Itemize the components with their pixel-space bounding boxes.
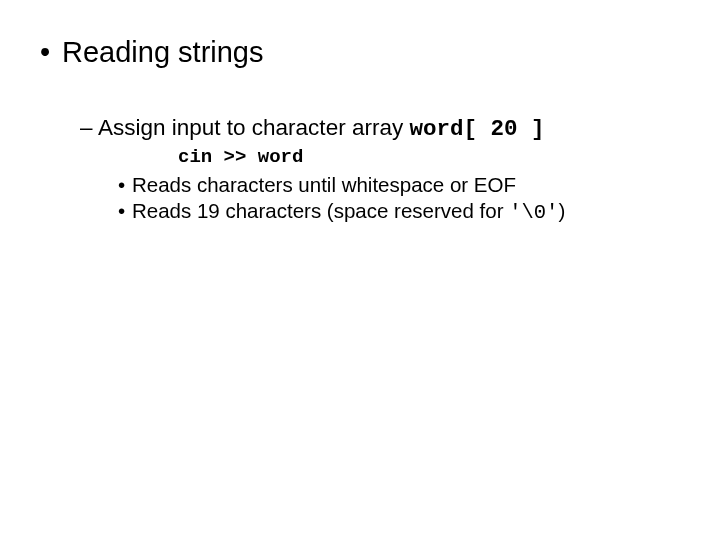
slide-content: •Reading strings –Assign input to charac… [0, 0, 720, 261]
level2-text: Assign input to character array [98, 115, 409, 140]
dash-icon: – [80, 115, 98, 141]
bullet-level3-item2: •Reads 19 characters (space reserved for… [118, 198, 692, 226]
level3-text-2-prefix: Reads 19 characters (space reserved for [132, 199, 509, 222]
bullet-dot-icon: • [40, 36, 62, 69]
bullet-level1: •Reading strings [40, 36, 692, 69]
bullet-level3-item1: •Reads characters until whitespace or EO… [118, 172, 692, 198]
bullet-dot-icon: • [118, 172, 132, 198]
level3-code: '\0' [509, 201, 558, 224]
bullet-dot-icon: • [118, 198, 132, 224]
level3-text-2-suffix: ) [558, 199, 565, 222]
level3-text-1: Reads characters until whitespace or EOF [132, 173, 516, 196]
level1-title: Reading strings [62, 36, 264, 68]
code-snippet: cin >> word [178, 146, 692, 168]
bullet-level2: –Assign input to character array word[ 2… [80, 115, 692, 142]
level2-code: word[ 20 ] [409, 116, 544, 142]
